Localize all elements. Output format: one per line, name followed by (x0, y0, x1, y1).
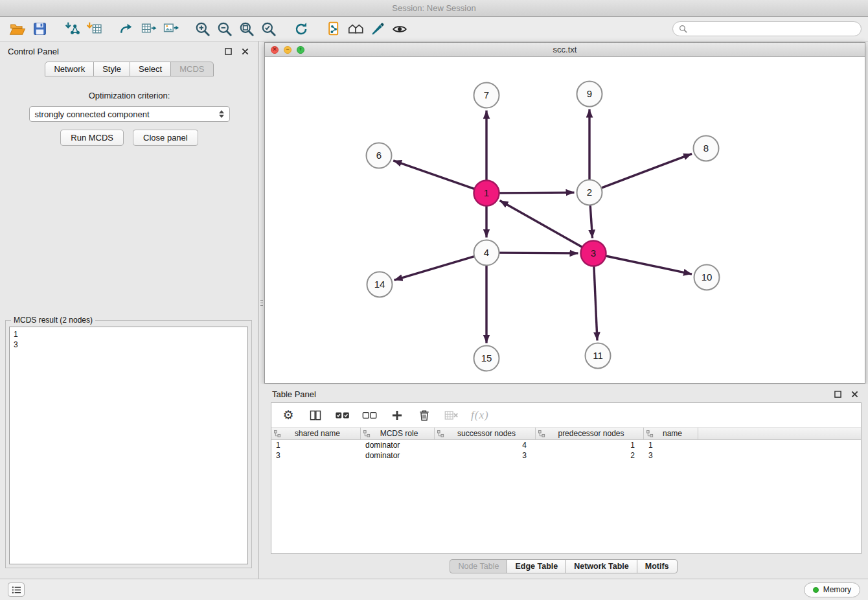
table-row[interactable]: 3dominator323 (271, 450, 861, 461)
delete-row-button[interactable] (417, 408, 432, 423)
add-row-button[interactable] (389, 408, 405, 423)
node-4[interactable]: 4 (474, 240, 499, 266)
close-icon (242, 48, 249, 55)
memory-status-icon (813, 587, 819, 593)
search-box[interactable] (672, 21, 862, 36)
close-window-button[interactable]: ✕ (271, 46, 279, 54)
application-window: Session: New Session (0, 0, 868, 600)
zoom-out-button[interactable] (214, 19, 236, 39)
node-6[interactable]: 6 (367, 143, 392, 168)
cell-predecessor-nodes[interactable]: 2 (536, 451, 644, 460)
tab-network-table[interactable]: Network Table (565, 559, 637, 573)
edge-4-3[interactable] (499, 253, 578, 253)
float-control-panel-button[interactable] (222, 45, 234, 57)
node-11[interactable]: 11 (586, 343, 611, 369)
minimize-window-button[interactable]: − (284, 46, 291, 54)
tab-mcds[interactable]: MCDS (170, 62, 213, 76)
column-header-filler (698, 428, 861, 439)
memory-button[interactable]: Memory (804, 583, 860, 597)
node-2[interactable]: 2 (577, 180, 602, 205)
column-header-mcds-role[interactable]: MCDS role (361, 428, 435, 439)
cell-shared-name[interactable]: 3 (271, 451, 361, 460)
run-mcds-button[interactable]: Run MCDS (60, 130, 124, 146)
status-list-button[interactable] (8, 583, 25, 597)
cell-shared-name[interactable]: 1 (271, 441, 361, 450)
cell-successor-nodes[interactable]: 3 (435, 451, 536, 460)
cell-successor-nodes[interactable]: 4 (435, 441, 536, 450)
cell-predecessor-nodes[interactable]: 1 (536, 441, 644, 450)
node-1[interactable]: 1 (474, 181, 499, 206)
save-icon (32, 21, 48, 37)
tab-select[interactable]: Select (130, 62, 171, 76)
show-hide-button[interactable] (389, 19, 411, 39)
close-table-panel-button[interactable] (849, 388, 860, 400)
houses-button[interactable] (345, 19, 367, 39)
edge-4-14[interactable] (394, 257, 475, 281)
node-label: 11 (593, 350, 603, 361)
column-header-successor-nodes[interactable]: successor nodes (435, 428, 536, 439)
tab-motifs[interactable]: Motifs (637, 559, 678, 573)
panel-splitter-grip[interactable] (260, 295, 264, 310)
save-session-button[interactable] (29, 19, 51, 39)
cell-name[interactable]: 1 (644, 441, 698, 450)
cell-mcds-role[interactable]: dominator (361, 441, 435, 450)
mcds-result-list[interactable]: 13 (9, 327, 248, 564)
apply-style-button[interactable] (367, 19, 389, 39)
delete-table-button[interactable] (444, 408, 459, 423)
close-control-panel-button[interactable] (239, 45, 251, 57)
node-9[interactable]: 9 (577, 82, 602, 107)
export-image-icon (163, 21, 179, 37)
column-header-shared-name[interactable]: shared name (271, 428, 361, 439)
table-row[interactable]: 1dominator411 (271, 440, 861, 450)
node-7[interactable]: 7 (474, 83, 499, 108)
open-session-button[interactable] (6, 19, 29, 39)
refresh-view-button[interactable] (290, 19, 312, 39)
cell-mcds-role[interactable]: dominator (361, 451, 435, 460)
tab-node-table[interactable]: Node Table (450, 559, 507, 573)
zoom-selected-button[interactable] (258, 19, 280, 39)
edge-3-11[interactable] (594, 266, 597, 341)
float-table-panel-button[interactable] (832, 388, 843, 400)
edge-2-8[interactable] (601, 154, 692, 188)
criterion-select[interactable]: strongly connected component (29, 106, 230, 122)
select-all-button[interactable] (335, 408, 350, 423)
node-8[interactable]: 8 (694, 136, 719, 161)
network-canvas[interactable]: 7968124314101511 (265, 57, 865, 383)
import-network-button[interactable] (61, 19, 83, 39)
zoom-in-button[interactable] (192, 19, 214, 39)
mcds-result-title: MCDS result (2 nodes) (11, 316, 95, 325)
edge-3-1[interactable] (500, 201, 583, 248)
node-3[interactable]: 3 (581, 241, 606, 266)
node-10[interactable]: 10 (694, 265, 720, 290)
cell-name[interactable]: 3 (644, 451, 698, 460)
tab-style[interactable]: Style (93, 62, 130, 76)
document-network-button[interactable] (323, 19, 345, 39)
tab-network[interactable]: Network (45, 62, 94, 76)
edge-2-3[interactable] (590, 205, 592, 238)
mcds-result-line: 3 (10, 340, 247, 350)
tab-edge-table[interactable]: Edge Table (507, 559, 566, 573)
deselect-all-button[interactable] (362, 408, 378, 423)
zoom-fit-button[interactable] (236, 19, 258, 39)
import-table-button[interactable] (83, 19, 105, 39)
zoom-window-button[interactable]: + (297, 46, 304, 54)
column-header-name[interactable]: name (644, 428, 698, 439)
export-table-button[interactable] (137, 19, 159, 39)
document-network-icon (326, 21, 342, 37)
control-panel-tabs: NetworkStyleSelectMCDS (0, 61, 258, 76)
edge-1-6[interactable] (393, 161, 474, 189)
edge-1-2[interactable] (499, 192, 575, 193)
export-image-button[interactable] (159, 19, 181, 39)
export-network-button[interactable] (115, 19, 137, 39)
close-mcds-panel-button[interactable]: Close panel (133, 130, 198, 146)
table-body[interactable]: 1dominator4113dominator323 (271, 440, 861, 553)
network-window-titlebar[interactable]: scc.txt ✕ − + (265, 43, 865, 57)
node-15[interactable]: 15 (474, 346, 499, 371)
edge-3-10[interactable] (606, 256, 692, 274)
column-header-predecessor-nodes[interactable]: predecessor nodes (536, 428, 644, 439)
search-input[interactable] (691, 25, 855, 34)
show-columns-button[interactable] (308, 408, 323, 423)
node-14[interactable]: 14 (367, 272, 393, 297)
function-builder-button[interactable]: f(x) (471, 408, 489, 423)
table-settings-button[interactable]: ⚙ (280, 408, 296, 423)
